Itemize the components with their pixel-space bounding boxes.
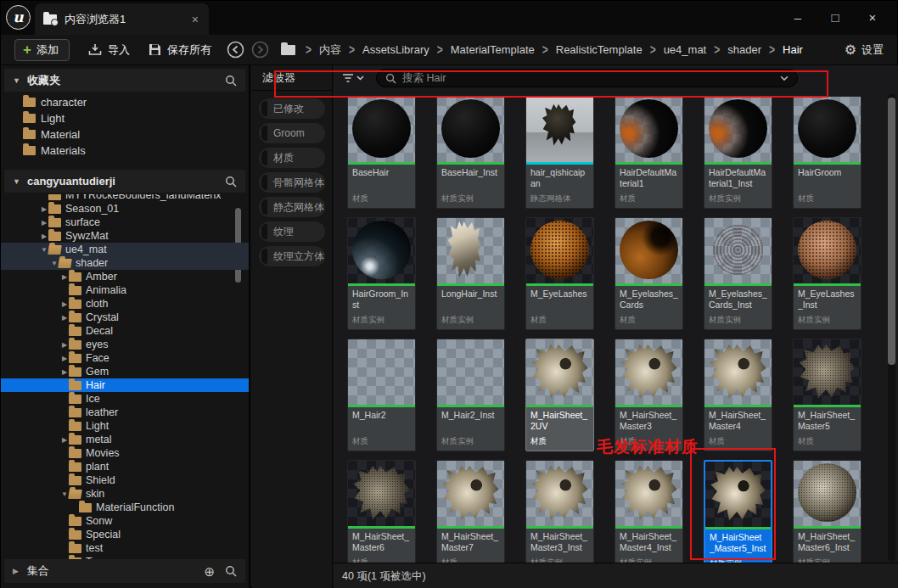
asset-tile-M_HairSheet_Master5[interactable]: M_HairSheet_Master5材质 [793, 339, 862, 451]
tree-item-sonw[interactable]: Sonw [1, 514, 249, 528]
maximize-button[interactable]: □ [822, 6, 848, 30]
tree-item-shield[interactable]: Shield [1, 473, 249, 487]
search-icon[interactable] [225, 176, 237, 188]
tree-item-season_01[interactable]: ▶Season_01 [1, 202, 249, 216]
collapse-triangle-icon[interactable]: ▼ [13, 177, 20, 186]
expand-triangle-icon[interactable]: ▶ [40, 219, 48, 227]
tree-item-hair[interactable]: Hair [1, 378, 249, 392]
unreal-engine-logo-icon[interactable]: u [6, 5, 31, 30]
asset-tile-M_HairSheet_Master6_Inst[interactable]: M_HairSheet_Master6_Inst材质实例 [793, 460, 862, 563]
tree-item-eyes[interactable]: ▶eyes [1, 338, 249, 351]
asset-tile-LongHair_Inst[interactable]: LongHair_Inst材质实例 [436, 217, 505, 330]
expand-triangle-icon[interactable]: ▶ [60, 300, 69, 308]
tree-item-test[interactable]: test [1, 541, 249, 555]
asset-tile-M_EyeLashes[interactable]: M_EyeLashes材质 [525, 217, 594, 330]
tab-close-icon[interactable]: × [190, 13, 200, 26]
tree-item-animalia[interactable]: Animalia [1, 283, 249, 297]
filter-dropdown-button[interactable] [342, 73, 364, 83]
add-collection-icon[interactable]: ⊕ [204, 565, 215, 578]
filter-pill-Groom[interactable]: Groom [259, 123, 325, 143]
asset-tile-HairGroom_Inst[interactable]: HairGroom_Inst材质实例 [347, 217, 416, 330]
breadcrumb-item-assetslibrary[interactable]: AssetsLibrary [362, 43, 429, 56]
forward-button[interactable] [251, 41, 269, 59]
tree-item-light[interactable]: Light [1, 419, 249, 433]
filter-pill-静态网格体[interactable]: 静态网格体 [259, 197, 325, 217]
tree-item-leather[interactable]: leather [1, 406, 249, 419]
chevron-down-icon[interactable] [780, 76, 789, 81]
expand-triangle-icon[interactable]: ▶ [60, 341, 69, 349]
expand-triangle-icon[interactable]: ▶ [60, 436, 69, 444]
asset-tile-M_HairSheet_Master4_Inst[interactable]: M_HairSheet_Master4_Inst材质实例 [615, 460, 683, 563]
asset-tile-HairDefaultMaterial1[interactable]: HairDefaultMaterial1材质 [615, 96, 683, 209]
search-input[interactable]: 搜索 Hair [376, 69, 798, 87]
favorite-folder-material[interactable]: Material [1, 126, 249, 143]
tree-item-ue4_mat[interactable]: ▼ue4_mat [1, 243, 249, 256]
search-icon[interactable] [225, 565, 237, 577]
filter-pill-骨骼网格体[interactable]: 骨骼网格体 [259, 172, 325, 193]
tree-item-face[interactable]: ▶Face [1, 351, 249, 365]
asset-tile-M_HairSheet_Master6[interactable]: M_HairSheet_Master6材质 [347, 460, 416, 563]
asset-tile-HairDefaultMaterial1_Inst[interactable]: HairDefaultMaterial1_Inst材质实例 [704, 96, 772, 209]
filter-pill-纹理立方体[interactable]: 纹理立方体 [259, 246, 325, 266]
breadcrumb-item-ue4_mat[interactable]: ue4_mat [664, 43, 707, 56]
settings-button[interactable]: ⚙ 设置 [845, 42, 897, 58]
filter-pill-材质[interactable]: 材质 [259, 148, 325, 168]
minimize-button[interactable]: – [785, 6, 811, 30]
tree-item-ice[interactable]: Ice [1, 392, 249, 406]
back-button[interactable] [227, 41, 244, 59]
tab-content-browser[interactable]: 内容浏览器1 × [35, 3, 209, 35]
tree-item-gem[interactable]: ▶Gem [1, 365, 249, 378]
path-folder-icon[interactable] [281, 45, 295, 55]
breadcrumb-item-内容[interactable]: 内容 [319, 42, 341, 58]
asset-tile-M_EyeLashes_Inst[interactable]: M_EyeLashes_Inst材质实例 [793, 217, 862, 330]
breadcrumb-item-realistictemplate[interactable]: RealisticTemplate [556, 43, 643, 56]
expand-triangle-icon[interactable]: ▶ [60, 314, 69, 322]
asset-tile-M_Eyelashes_Cards_Inst[interactable]: M_Eyelashes_Cards_Inst材质实例 [704, 217, 772, 330]
tree-item-metal[interactable]: ▶metal [1, 433, 249, 446]
tree-item-myyrockeboulders_landmaterix[interactable]: MYYRockeBoulders_landMaterix [1, 194, 249, 202]
asset-tile-M_Eyelashes_Cards[interactable]: M_Eyelashes_Cards材质 [615, 217, 683, 330]
expand-triangle-icon[interactable]: ▶ [60, 273, 69, 281]
expand-triangle-icon[interactable]: ▶ [13, 567, 19, 575]
tree-item-skin[interactable]: ▼skin [1, 487, 249, 501]
asset-scrollbar-handle[interactable] [888, 98, 895, 365]
tree-item-crystal[interactable]: ▶Crystal [1, 311, 249, 324]
collapse-triangle-icon[interactable]: ▼ [13, 76, 20, 85]
asset-tile-M_HairSheet_Master3[interactable]: M_HairSheet_Master3材质 [615, 339, 683, 451]
filter-pill-已修改[interactable]: 已修改 [259, 98, 325, 119]
tree-item-decal[interactable]: Decal [1, 324, 249, 338]
favorite-folder-character[interactable]: character [1, 94, 249, 110]
search-icon[interactable] [225, 75, 237, 87]
asset-tile-HairGroom[interactable]: HairGroom材质 [793, 96, 862, 209]
asset-tile-M_HairSheet_Master5_Inst[interactable]: M_HairSheet_Master5_Inst材质实例 [704, 460, 772, 563]
filter-pill-纹理[interactable]: 纹理 [259, 221, 325, 242]
asset-tile-M_HairSheet_Master4[interactable]: M_HairSheet_Master4材质 [704, 339, 772, 451]
asset-tile-M_HairSheet_2UV[interactable]: M_HairSheet_2UV材质 [525, 339, 594, 451]
favorites-header[interactable]: ▼ 收藏夹 [4, 69, 245, 92]
import-button[interactable]: 导入 [88, 42, 130, 58]
close-button[interactable]: × [860, 6, 885, 30]
tree-item-materialfunction[interactable]: MaterialFunction [1, 501, 249, 514]
tree-item-shader[interactable]: ▼shader [1, 256, 249, 270]
favorite-folder-light[interactable]: Light [1, 110, 249, 126]
add-button[interactable]: + 添加 [14, 39, 70, 61]
tree-item-cloth[interactable]: ▶cloth [1, 297, 249, 311]
asset-tile-M_Hair2[interactable]: M_Hair2材质 [347, 339, 416, 451]
expand-triangle-icon[interactable]: ▶ [60, 368, 69, 376]
breadcrumb-item-materialtemplate[interactable]: MaterialTemplate [451, 43, 535, 56]
collections-bar[interactable]: ▶ 集合 ⊕ [4, 559, 245, 583]
asset-tile-BaseHair_Inst[interactable]: BaseHair_Inst材质实例 [436, 96, 505, 209]
expand-triangle-icon[interactable]: ▶ [40, 232, 48, 240]
favorite-folder-materials[interactable]: Materials [1, 143, 249, 159]
tree-item-special[interactable]: Special [1, 528, 249, 541]
breadcrumb-item-shader[interactable]: shader [727, 43, 761, 56]
asset-tile-M_Hair2_Inst[interactable]: M_Hair2_Inst材质实例 [436, 339, 505, 451]
tree-item-surface[interactable]: ▶surface [1, 216, 249, 229]
asset-tile-hair_qishicaipan[interactable]: hair_qishicaipan静态网格体 [525, 96, 594, 209]
tree-item-movies[interactable]: Movies [1, 446, 249, 460]
breadcrumb-item-hair[interactable]: Hair [783, 43, 803, 56]
tree-item-sywzmat[interactable]: ▶SywzMat [1, 229, 249, 243]
asset-tile-M_HairSheet_Master3_Inst[interactable]: M_HairSheet_Master3_Inst材质实例 [525, 460, 594, 563]
expand-triangle-icon[interactable]: ▶ [60, 355, 69, 362]
asset-tile-M_HairSheet_Master7[interactable]: M_HairSheet_Master7材质 [436, 460, 505, 563]
